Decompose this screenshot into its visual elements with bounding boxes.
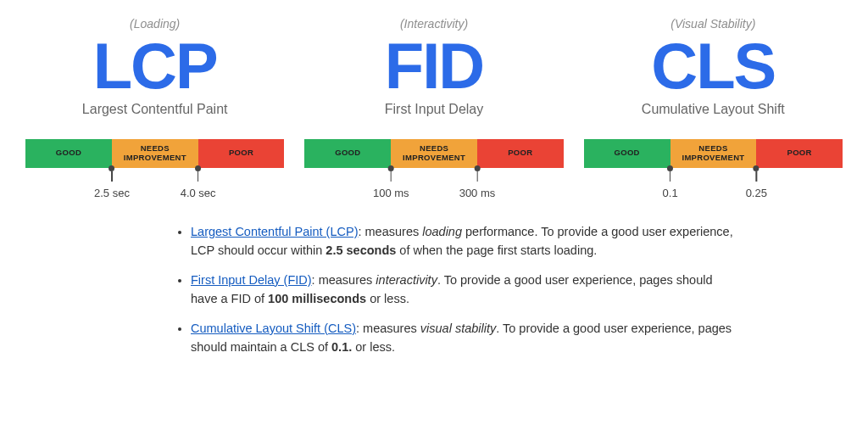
metrics-row: (Loading) LCP Largest Contentful Paint G… [25,17,843,202]
threshold-tick: 4.0 sec [181,168,216,199]
metric-category: (Visual Stability) [670,17,755,31]
description-item-cls: Cumulative Layout Shift (CLS): measures … [191,319,741,357]
desc-bold: 2.5 seconds [326,243,396,257]
description-item-lcp: Largest Contentful Paint (LCP): measures… [191,222,741,260]
desc-emphasis: visual stability [420,322,496,335]
segment-good: GOOD [25,139,112,168]
threshold-ticks: 100 ms 300 ms [304,168,563,202]
description-item-fid: First Input Delay (FID): measures intera… [191,271,741,309]
desc-text: : measures [358,225,422,238]
metric-abbr: LCP [93,32,217,100]
threshold-tick: 0.1 [663,168,678,199]
desc-text: : measures [356,322,420,335]
desc-text: : measures [312,273,376,287]
threshold-label: 4.0 sec [181,187,216,199]
segment-needs: NEEDS IMPROVEMENT [112,139,198,168]
link-lcp[interactable]: Largest Contentful Paint (LCP) [191,225,358,238]
desc-emphasis: interactivity [376,273,437,287]
threshold-ticks: 2.5 sec 4.0 sec [25,168,284,202]
segment-poor: POOR [198,139,285,168]
threshold-bar: GOOD NEEDS IMPROVEMENT POOR [304,139,563,168]
desc-text: of when the page first starts loading. [396,243,597,257]
segment-poor: POOR [756,139,843,168]
segment-poor: POOR [477,139,564,168]
metric-fullname: Largest Contentful Paint [82,102,228,117]
metric-fullname: First Input Delay [385,102,483,117]
metric-category: (Loading) [130,17,180,31]
threshold-bar: GOOD NEEDS IMPROVEMENT POOR [25,139,284,168]
descriptions-block: Largest Contentful Paint (LCP): measures… [174,222,741,357]
desc-text: or less. [366,292,409,305]
desc-bold: 0.1. [331,340,352,354]
threshold-ticks: 0.1 0.25 [584,168,843,202]
threshold-label: 300 ms [459,187,496,199]
page-root: (Loading) LCP Largest Contentful Paint G… [0,0,868,357]
metric-card-fid: (Interactivity) FID First Input Delay GO… [304,17,563,202]
threshold-tick: 300 ms [459,168,496,199]
threshold-tick: 2.5 sec [94,168,130,199]
threshold-label: 0.25 [746,187,767,199]
desc-text: or less. [352,340,395,354]
desc-emphasis: loading [422,225,462,238]
metric-abbr: FID [385,32,483,100]
threshold-label: 2.5 sec [94,187,130,199]
metric-fullname: Cumulative Layout Shift [642,102,785,117]
desc-bold: 100 milliseconds [268,292,366,305]
threshold-label: 0.1 [663,187,678,199]
threshold-tick: 0.25 [746,168,767,199]
metric-category: (Interactivity) [400,17,468,31]
segment-needs: NEEDS IMPROVEMENT [670,139,757,168]
metric-abbr: CLS [651,32,775,100]
segment-good: GOOD [584,139,670,168]
segment-good: GOOD [304,139,391,168]
link-cls[interactable]: Cumulative Layout Shift (CLS) [191,322,356,335]
link-fid[interactable]: First Input Delay (FID) [191,273,312,287]
threshold-tick: 100 ms [373,168,409,199]
segment-needs: NEEDS IMPROVEMENT [391,139,477,168]
metric-card-lcp: (Loading) LCP Largest Contentful Paint G… [25,17,284,202]
threshold-bar: GOOD NEEDS IMPROVEMENT POOR [584,139,843,168]
metric-card-cls: (Visual Stability) CLS Cumulative Layout… [584,17,843,202]
threshold-label: 100 ms [373,187,409,199]
